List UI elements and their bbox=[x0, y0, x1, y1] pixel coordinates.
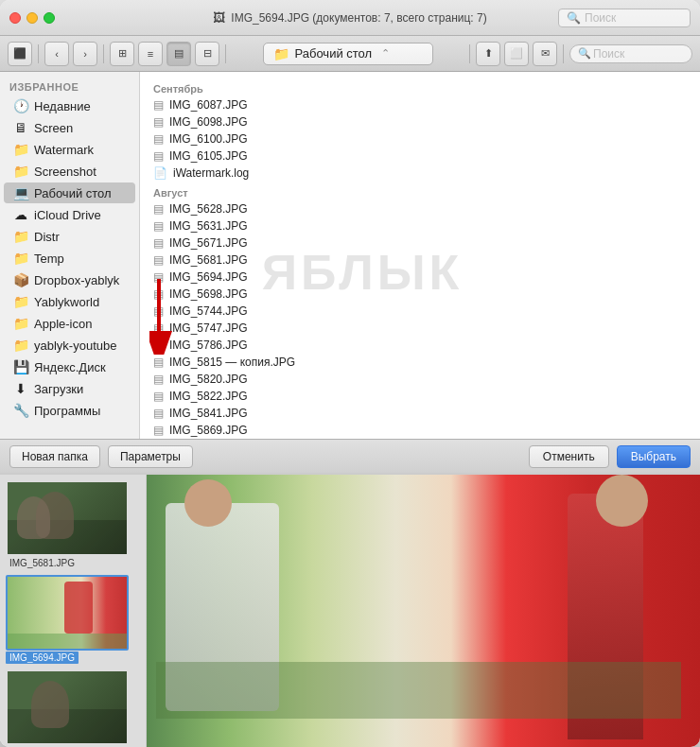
new-folder-button[interactable]: Новая папка bbox=[9, 445, 100, 468]
maximize-button[interactable] bbox=[44, 12, 55, 24]
view-list-button[interactable]: ≡ bbox=[138, 42, 163, 66]
yablykworld-folder-icon: 📁 bbox=[13, 294, 28, 309]
sidebar-item-yandex[interactable]: 💾 Яндекс.Диск bbox=[4, 356, 135, 377]
sidebar-item-temp[interactable]: 📁 Temp bbox=[4, 248, 135, 269]
thumbnail-item-5681[interactable]: IMG_5681.JPG bbox=[6, 480, 140, 569]
list-item[interactable]: ▤ IMG_5747.JPG bbox=[140, 320, 700, 337]
sidebar-item-label: Yablykworld bbox=[34, 295, 99, 309]
sidebar-item-apple-icon[interactable]: 📁 Apple-icon bbox=[4, 313, 135, 334]
window-title: 🖼 IMG_5694.JPG (документов: 7, всего стр… bbox=[213, 10, 486, 25]
action-button[interactable]: ⬜ bbox=[504, 42, 529, 66]
sidebar-item-dropbox[interactable]: 📦 Dropbox-yablyk bbox=[4, 269, 135, 290]
thumb-photo-5681b bbox=[8, 671, 129, 745]
list-item[interactable]: ▤ IMG_5694.JPG bbox=[140, 269, 700, 286]
file-name: IMG_5744.JPG bbox=[169, 304, 248, 318]
view-icon-button[interactable]: ⊞ bbox=[110, 42, 134, 66]
sidebar-item-programs[interactable]: 🔧 Программы bbox=[4, 400, 135, 421]
file-name: IMG_5671.JPG bbox=[169, 236, 248, 250]
sidebar-item-screenshot[interactable]: 📁 Screenshot bbox=[4, 161, 135, 182]
list-item[interactable]: ▤ IMG_5822.JPG bbox=[140, 388, 700, 405]
lower-body: IMG_5681.JPG IMG_5694.JPG bbox=[0, 475, 700, 747]
sidebar-item-label: Temp bbox=[34, 252, 64, 266]
file-name: IMG_5841.JPG bbox=[169, 407, 248, 420]
file-icon: ▤ bbox=[153, 236, 164, 250]
location-label: Рабочий стол bbox=[295, 46, 373, 61]
title-text: IMG_5694.JPG (документов: 7, всего стран… bbox=[231, 11, 486, 25]
youtube-folder-icon: 📁 bbox=[13, 338, 28, 353]
sidebar-item-label: Программы bbox=[34, 404, 100, 418]
file-icon: ▤ bbox=[153, 356, 164, 369]
list-item[interactable]: 📄 iWatermark.log bbox=[140, 165, 700, 182]
list-item[interactable]: ▤ IMG_6105.JPG bbox=[140, 148, 700, 165]
back-button[interactable]: ‹ bbox=[44, 42, 69, 66]
list-item[interactable]: ▤ IMG_5744.JPG bbox=[140, 303, 700, 320]
sidebar-item-downloads[interactable]: ⬇ Загрузки bbox=[4, 378, 135, 399]
close-button[interactable] bbox=[9, 12, 21, 24]
minimize-button[interactable] bbox=[26, 12, 38, 24]
location-bar: 📁 Рабочий стол ⌃ bbox=[232, 43, 464, 65]
list-item[interactable]: ▤ IMG_5628.JPG bbox=[140, 200, 700, 217]
sidebar: Избранное 🕐 Недавние 🖥 Screen 📁 Watermar… bbox=[0, 72, 140, 439]
sidebar-item-recents[interactable]: 🕐 Недавние bbox=[4, 96, 135, 116]
sidebar-item-label: Screen bbox=[34, 121, 73, 135]
share-button[interactable]: ⬆ bbox=[476, 42, 500, 66]
list-item[interactable]: ▤ IMG_5681.JPG bbox=[140, 252, 700, 269]
list-item[interactable]: ▤ IMG_5815 — копия.JPG bbox=[140, 354, 700, 371]
preview-image-canvas bbox=[147, 475, 700, 747]
sidebar-item-icloud[interactable]: ☁ iCloud Drive bbox=[4, 204, 135, 225]
file-icon: ▤ bbox=[153, 202, 164, 216]
view-column-button[interactable]: ▤ bbox=[166, 42, 191, 66]
list-item[interactable]: ▤ IMG_5671.JPG bbox=[140, 235, 700, 252]
file-icon: ▤ bbox=[153, 219, 164, 233]
file-icon: ▤ bbox=[153, 287, 164, 301]
sidebar-item-label: Загрузки bbox=[34, 382, 83, 396]
thumbnail-item-5694[interactable]: IMG_5694.JPG bbox=[6, 575, 140, 664]
programs-icon: 🔧 bbox=[13, 403, 28, 418]
sidebar-item-label: Рабочий стол bbox=[34, 186, 112, 200]
file-name: IMG_5815 — копия.JPG bbox=[169, 356, 295, 369]
screenshot-folder-icon: 📁 bbox=[13, 164, 28, 179]
list-item[interactable]: ▤ IMG_5841.JPG bbox=[140, 405, 700, 422]
list-item[interactable]: ▤ IMG_6098.JPG bbox=[140, 113, 700, 130]
thumb-image-5681b bbox=[6, 669, 129, 745]
select-button[interactable]: Выбрать bbox=[617, 445, 691, 468]
forward-button[interactable]: › bbox=[73, 42, 97, 66]
file-icon: ▤ bbox=[153, 132, 164, 146]
toolbar-separator-3 bbox=[225, 44, 226, 63]
main-window: 🖼 IMG_5694.JPG (документов: 7, всего стр… bbox=[0, 0, 700, 747]
title-bar: 🖼 IMG_5694.JPG (документов: 7, всего стр… bbox=[0, 0, 700, 36]
thumb-label-5681: IMG_5681.JPG bbox=[6, 557, 79, 569]
sidebar-item-label: iCloud Drive bbox=[34, 208, 101, 222]
list-item[interactable]: ▤ IMG_5786.JPG bbox=[140, 337, 700, 354]
file-name: IMG_5698.JPG bbox=[169, 287, 248, 301]
file-icon: ▤ bbox=[153, 424, 164, 437]
list-item[interactable]: ▤ IMG_5631.JPG bbox=[140, 217, 700, 235]
search-field[interactable]: 🔍 Поиск bbox=[569, 44, 692, 63]
search-placeholder: Поиск bbox=[593, 47, 624, 61]
sidebar-toggle-button[interactable]: ⬛ bbox=[8, 42, 32, 66]
sidebar-item-distr[interactable]: 📁 Distr bbox=[4, 226, 135, 247]
params-button[interactable]: Параметры bbox=[108, 445, 193, 468]
title-search[interactable]: 🔍 Поиск bbox=[558, 9, 691, 27]
action2-button[interactable]: ✉ bbox=[533, 42, 557, 66]
cancel-button[interactable]: Отменить bbox=[529, 445, 609, 468]
list-item[interactable]: ▤ IMG_6100.JPG bbox=[140, 130, 700, 148]
view-gallery-button[interactable]: ⊟ bbox=[195, 42, 219, 66]
sidebar-item-yablykworld[interactable]: 📁 Yablykworld bbox=[4, 291, 135, 312]
list-item[interactable]: ▤ IMG_5820.JPG bbox=[140, 371, 700, 388]
file-name: IMG_5681.JPG bbox=[169, 253, 248, 267]
thumbnail-item-5681b[interactable] bbox=[6, 669, 140, 745]
sidebar-item-watermark[interactable]: 📁 Watermark bbox=[4, 139, 135, 160]
sidebar-item-yablyk-youtube[interactable]: 📁 yablyk-youtube bbox=[4, 335, 135, 356]
file-icon: ▤ bbox=[153, 149, 164, 163]
location-box[interactable]: 📁 Рабочий стол ⌃ bbox=[263, 43, 433, 65]
list-item[interactable]: ▤ IMG_5698.JPG bbox=[140, 286, 700, 303]
apple-icon-folder-icon: 📁 bbox=[13, 316, 28, 331]
sidebar-item-desktop[interactable]: 💻 Рабочий стол bbox=[4, 182, 135, 203]
thumb-photo-5681 bbox=[8, 482, 129, 556]
toolbar-separator-4 bbox=[469, 44, 470, 63]
sidebar-item-screen[interactable]: 🖥 Screen bbox=[4, 117, 135, 138]
list-item[interactable]: ▤ IMG_6087.JPG bbox=[140, 96, 700, 113]
sidebar-item-label: Distr bbox=[34, 230, 60, 244]
list-item[interactable]: ▤ IMG_5869.JPG bbox=[140, 422, 700, 439]
